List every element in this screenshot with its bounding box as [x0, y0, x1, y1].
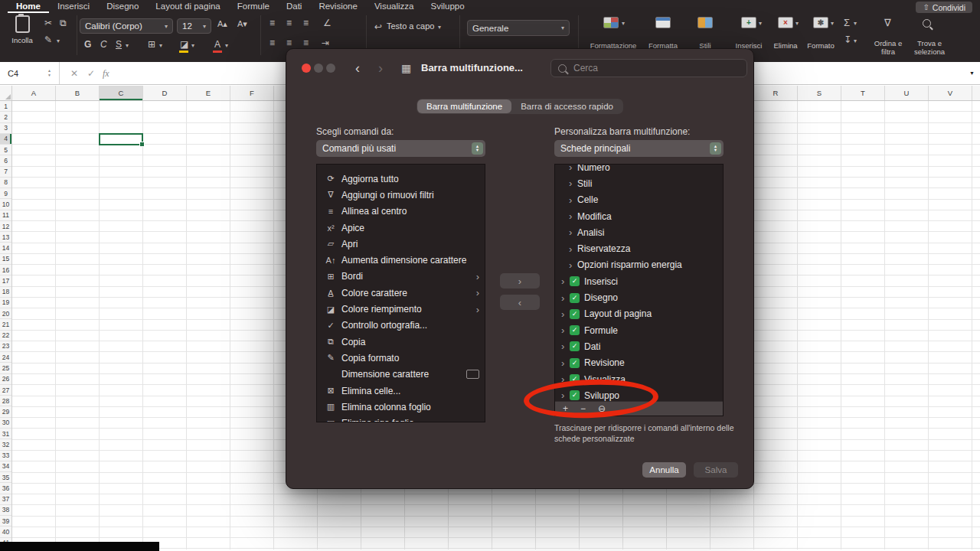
bold-button[interactable]: G — [84, 40, 91, 49]
font-name-dropdown[interactable]: Calibri (Corpo) ▾ — [80, 18, 173, 34]
column-header[interactable]: F — [230, 86, 274, 100]
align-top-button[interactable]: ≡ — [270, 18, 275, 28]
formula-bar-collapse-icon[interactable]: ▼ — [969, 70, 975, 76]
command-item[interactable]: A↑ Aumenta dimensione carattere › — [317, 252, 485, 268]
disclosure-chevron-icon[interactable]: › — [569, 164, 577, 173]
remove-command-button[interactable]: ‹ — [500, 295, 540, 310]
commands-source-dropdown[interactable]: Comandi più usati ▲▼ — [316, 140, 485, 157]
orientation-button[interactable]: ∠ — [323, 18, 332, 28]
command-item[interactable]: ⧉ Copia › — [317, 334, 485, 350]
shrink-font-button[interactable]: A▾ — [237, 20, 247, 28]
ribbon-tree-item[interactable]: › ✓ Modifica — [555, 208, 723, 224]
ribbon-tree-item[interactable]: › ✓ Stili — [555, 175, 723, 191]
cell-styles-icon[interactable] — [697, 17, 713, 28]
command-item[interactable]: ▱ Apri › — [317, 236, 485, 252]
command-item[interactable]: ◪ Colore riempimento › — [317, 301, 485, 317]
ribbon-tree-item[interactable]: › ✓ Riservatezza — [555, 240, 723, 256]
disclosure-chevron-icon[interactable]: › — [569, 210, 577, 222]
row-header[interactable]: 21 — [0, 319, 11, 330]
column-header[interactable]: C — [100, 86, 143, 100]
tab-checkbox[interactable]: ✓ — [570, 341, 580, 351]
find-select-button[interactable]: Trova e seleziona — [908, 40, 951, 57]
font-size-dropdown[interactable]: 12 ▾ — [177, 18, 211, 34]
disclosure-chevron-icon[interactable]: › — [569, 259, 577, 271]
ribbon-tree-item[interactable]: › ✓ Disegno — [555, 289, 723, 305]
row-header[interactable]: 38 — [0, 505, 11, 516]
row-header[interactable]: 17 — [0, 276, 11, 286]
ribbon-tree-list[interactable]: + − ⊖ › ✓ Numero › ✓ Stili › ✓ — [554, 164, 724, 416]
disclosure-chevron-icon[interactable]: › — [561, 341, 570, 352]
row-header[interactable]: 8 — [0, 178, 11, 188]
column-header[interactable]: U — [885, 86, 929, 100]
disclosure-chevron-icon[interactable]: › — [569, 243, 577, 255]
tab-checkbox[interactable]: ✓ — [570, 325, 580, 335]
ribbon-tab[interactable]: Dati — [278, 0, 310, 13]
column-header[interactable]: D — [143, 86, 187, 100]
row-header[interactable]: 35 — [0, 472, 11, 483]
insert-cells-icon[interactable]: + — [741, 17, 756, 28]
tab-checkbox[interactable]: ✓ — [570, 358, 580, 368]
autosum-button[interactable]: Σ — [844, 18, 850, 28]
back-button[interactable]: ‹ — [355, 61, 360, 75]
delete-cells-button[interactable]: Elimina — [766, 42, 805, 51]
disclosure-chevron-icon[interactable]: › — [561, 324, 570, 336]
all-preferences-icon[interactable]: ▦ — [401, 62, 411, 74]
align-right-button[interactable]: ≡ — [303, 38, 309, 47]
sort-filter-icon[interactable]: ∇ — [884, 18, 891, 28]
add-command-button[interactable]: › — [500, 273, 540, 289]
select-all-corner[interactable] — [0, 86, 12, 101]
number-format-dropdown[interactable]: Generale ▾ — [467, 20, 570, 36]
minimize-button[interactable] — [314, 64, 323, 73]
row-header[interactable]: 15 — [0, 254, 11, 265]
row-header[interactable]: 26 — [0, 374, 11, 385]
disclosure-chevron-icon[interactable]: › — [561, 357, 570, 369]
row-header[interactable]: 32 — [0, 439, 11, 450]
column-header[interactable]: R — [754, 86, 798, 100]
format-as-table-icon[interactable] — [655, 17, 671, 28]
row-header[interactable]: 5 — [0, 145, 11, 155]
command-item[interactable]: A̲ Colore carattere › — [317, 285, 485, 301]
ribbon-tab[interactable]: Revisione — [310, 0, 366, 13]
borders-button[interactable]: ⊞ — [148, 40, 155, 49]
command-item[interactable]: Dimensione carattere › — [317, 367, 485, 383]
tab-checkbox[interactable]: ✓ — [570, 276, 580, 286]
column-header[interactable]: V — [929, 86, 972, 100]
ribbon-tree-item[interactable]: › ✓ Revisione — [555, 355, 723, 371]
command-item[interactable]: x² Apice › — [317, 220, 485, 236]
command-item[interactable]: ⊞ Bordi › — [317, 269, 485, 285]
row-header[interactable]: 3 — [0, 123, 11, 134]
delete-cells-icon[interactable]: × — [778, 17, 793, 28]
row-header[interactable]: 23 — [0, 341, 11, 352]
align-middle-button[interactable]: ≡ — [286, 18, 292, 28]
ribbon-scope-dropdown[interactable]: Schede principali ▲▼ — [554, 140, 724, 157]
ribbon-tab[interactable]: Layout di pagina — [147, 0, 228, 13]
command-item[interactable]: ✎ Copia formato › — [317, 350, 485, 366]
ribbon-tab[interactable]: Inserisci — [49, 0, 98, 13]
row-header[interactable]: 7 — [0, 167, 11, 178]
ribbon-tree-item[interactable]: › ✓ Formule — [555, 322, 723, 338]
ribbon-tab[interactable]: Disegno — [98, 0, 147, 13]
row-header[interactable]: 39 — [0, 516, 11, 527]
row-header[interactable]: 11 — [0, 210, 11, 221]
ribbon-tab[interactable]: Formule — [229, 0, 278, 13]
ribbon-tab[interactable]: Home — [8, 0, 49, 13]
column-header[interactable]: S — [798, 86, 841, 100]
row-header[interactable]: 40 — [0, 527, 11, 537]
row-header[interactable]: 13 — [0, 232, 11, 243]
command-item[interactable]: ⟳ Aggiorna tutto › — [317, 171, 485, 187]
disclosure-chevron-icon[interactable]: › — [569, 178, 577, 189]
column-header[interactable]: B — [56, 86, 100, 100]
row-header[interactable]: 19 — [0, 298, 11, 308]
row-header[interactable]: 16 — [0, 265, 11, 276]
paste-button[interactable]: Incolla — [5, 15, 40, 44]
cancel-button[interactable]: Annulla — [642, 462, 686, 478]
fill-down-button[interactable]: ↧ — [844, 35, 851, 44]
disclosure-chevron-icon[interactable]: › — [561, 276, 570, 287]
row-header[interactable]: 34 — [0, 461, 11, 472]
forward-button[interactable]: › — [378, 61, 383, 75]
row-header[interactable]: 18 — [0, 287, 11, 298]
row-header[interactable]: 4 — [0, 134, 11, 145]
disclosure-chevron-icon[interactable]: › — [569, 227, 577, 238]
indent-button[interactable]: ⇥ — [322, 38, 329, 47]
row-header[interactable]: 10 — [0, 199, 11, 210]
